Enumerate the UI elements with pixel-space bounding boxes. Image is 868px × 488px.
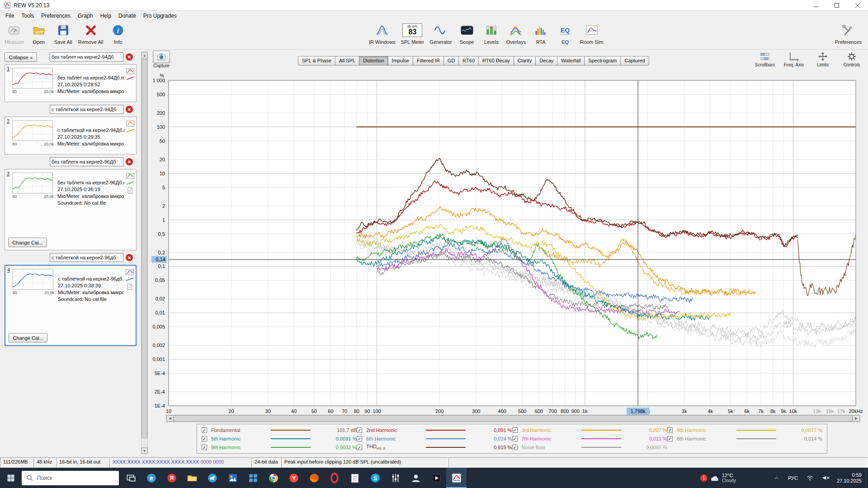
toolbar-ir-windows-button[interactable]: IR Windows <box>367 22 397 45</box>
scroll-left-icon[interactable]: ◀ <box>166 415 174 422</box>
maximize-button[interactable] <box>826 0 847 10</box>
collapse-button[interactable]: Collapse« <box>5 52 37 62</box>
close-button[interactable] <box>847 0 868 10</box>
tab-gd[interactable]: GD <box>444 56 459 66</box>
legend-checkbox[interactable]: ✓ <box>357 427 362 433</box>
toolbar-spl-meter-button[interactable]: dB SPL83SPL Meter <box>399 22 426 45</box>
taskbar-app-edge[interactable]: e <box>141 468 161 488</box>
legend-checkbox[interactable]: ✓ <box>667 436 673 441</box>
scroll-down-icon[interactable]: ▼ <box>142 447 147 454</box>
limits-button[interactable]: Limits <box>810 51 835 67</box>
legend-line-sample <box>426 438 466 439</box>
toolbar-preferences-button[interactable]: Preferences <box>833 22 863 45</box>
tab-decay[interactable]: Decay <box>536 56 557 66</box>
legend-value: 101,7 dB <box>321 427 357 433</box>
menu-help[interactable]: Help <box>96 12 115 20</box>
toolbar-room-sim-button[interactable]: Room Sim <box>578 22 605 45</box>
taskbar-app-firefox[interactable] <box>304 468 324 488</box>
menu-preferences[interactable]: Preferences <box>38 12 74 20</box>
taskbar-app-skype[interactable]: S <box>365 468 385 488</box>
menu-donate[interactable]: Donate <box>115 12 140 20</box>
language-indicator[interactable]: РУС <box>784 468 802 488</box>
taskbar-app-chrome[interactable] <box>263 468 283 488</box>
scroll-right-icon[interactable]: ▶ <box>853 415 860 422</box>
measurement-number[interactable]: 1 <box>7 66 9 71</box>
taskbar-app-opera[interactable] <box>324 468 344 488</box>
legend-checkbox[interactable]: ✓ <box>512 445 518 450</box>
freq-axis-button[interactable]: Freq. Axis <box>781 51 807 67</box>
taskbar-app-task-view[interactable] <box>121 468 141 488</box>
delete-measurement-button[interactable]: ✕ <box>126 53 133 61</box>
skype-icon: S <box>369 472 381 484</box>
capture-button[interactable]: Capture <box>151 51 172 68</box>
tab-waterfall[interactable]: Waterfall <box>557 56 585 66</box>
legend-checkbox[interactable]: ✓ <box>512 427 518 433</box>
taskbar-app-yandex-music[interactable]: Y <box>283 468 304 488</box>
legend-label: 9th Harmonic <box>211 445 260 450</box>
controls-button[interactable]: Controls <box>839 51 864 67</box>
tab-rt60-decay[interactable]: RT60 Decay <box>479 56 514 66</box>
volume-muted-icon[interactable] <box>818 468 834 488</box>
toolbar-info-button[interactable]: iInfo <box>107 22 129 45</box>
taskbar-app-notes[interactable] <box>344 468 365 488</box>
toolbar-levels-button[interactable]: Levels <box>480 22 503 45</box>
taskbar-app-photos[interactable] <box>222 468 243 488</box>
legend-checkbox[interactable]: ✓ <box>667 427 673 433</box>
clock[interactable]: 0:59 27.10.2025 <box>834 472 865 484</box>
legend-checkbox[interactable]: ✓ <box>357 445 362 450</box>
toolbar-generator-button[interactable]: Generator <box>428 22 454 45</box>
legend-checkbox[interactable]: ✓ <box>512 436 518 441</box>
tab-all-spl[interactable]: All SPL <box>335 56 359 66</box>
chart-scrollbar-thumb[interactable] <box>174 415 853 422</box>
svg-text:40: 40 <box>291 408 297 414</box>
taskbar-app-app-grid[interactable] <box>243 468 263 488</box>
toolbar-measure-button[interactable]: Measure <box>3 22 26 45</box>
minimize-button[interactable] <box>806 0 826 10</box>
taskbar-app-volume-mixer[interactable] <box>385 468 406 488</box>
show-desktop-button[interactable] <box>865 468 868 488</box>
toolbar-label: SPL Meter <box>401 39 425 45</box>
svg-text:15k: 15k <box>826 408 834 414</box>
menu-graph[interactable]: Graph <box>74 12 96 20</box>
menu-tools[interactable]: Tools <box>18 12 38 20</box>
taskbar-app-rew[interactable] <box>446 468 467 488</box>
taskbar-search-input[interactable]: Поиск <box>22 471 119 485</box>
distortion-graph[interactable]: %1 0005002001005020105210,50,20,10,050,0… <box>0 72 868 434</box>
tab-spectrogram[interactable]: Spectrogram <box>585 56 621 66</box>
legend-checkbox[interactable]: ✓ <box>357 436 362 441</box>
tab-captured[interactable]: Captured <box>621 56 649 66</box>
scrollbars-button[interactable]: Scrollbars <box>752 51 778 67</box>
tray-expand-button[interactable] <box>769 468 784 488</box>
toolbar-overlays-button[interactable]: Overlays <box>505 22 528 45</box>
taskbar-app-explorer[interactable] <box>182 468 202 488</box>
toolbar-open-button[interactable]: Open <box>28 22 50 45</box>
taskbar-app-media-player[interactable] <box>426 468 446 488</box>
legend-checkbox[interactable]: ✓ <box>202 445 207 450</box>
scroll-up-icon[interactable]: ▲ <box>142 52 147 58</box>
weather-widget[interactable]: 1 12°C Cloudy <box>696 473 741 483</box>
tab-rt60[interactable]: RT60 <box>459 56 479 66</box>
menu-file[interactable]: File <box>2 12 18 20</box>
toolbar-scope-button[interactable]: Scope <box>456 22 478 45</box>
legend-checkbox[interactable]: ✓ <box>202 427 207 433</box>
toolbar-remove-all-button[interactable]: Remove All <box>76 22 105 45</box>
tab-filtered-ir[interactable]: Filtered IR <box>413 56 444 66</box>
svg-text:0,5: 0,5 <box>158 231 165 237</box>
tab-distortion[interactable]: Distortion <box>359 56 388 66</box>
tab-impulse[interactable]: Impulse <box>388 56 414 66</box>
network-icon[interactable] <box>802 468 818 488</box>
start-button[interactable] <box>0 468 22 488</box>
tab-clarity[interactable]: Clarity <box>514 56 536 66</box>
taskbar-app-yandex-browser[interactable]: Я <box>161 468 182 488</box>
tab-spl-phase[interactable]: SPL & Phase <box>298 56 335 66</box>
taskbar-app-contacts[interactable] <box>406 468 426 488</box>
taskbar-app-telegram[interactable] <box>202 468 222 488</box>
toolbar-save-all-button[interactable]: Save All <box>52 22 75 45</box>
toolbar-eq-button[interactable]: EQEQ <box>554 22 576 45</box>
menu-pro-upgrades[interactable]: Pro Upgrades <box>140 12 180 20</box>
measurement-name-input[interactable]: без таблет на керне2-94Дб <box>50 52 123 61</box>
weather-temperature: 12°C <box>722 473 736 478</box>
chart-horizontal-scrollbar[interactable]: ◀ ▶ <box>166 415 860 422</box>
legend-checkbox[interactable]: ✓ <box>202 436 207 441</box>
toolbar-rta-button[interactable]: RTA <box>529 22 552 45</box>
